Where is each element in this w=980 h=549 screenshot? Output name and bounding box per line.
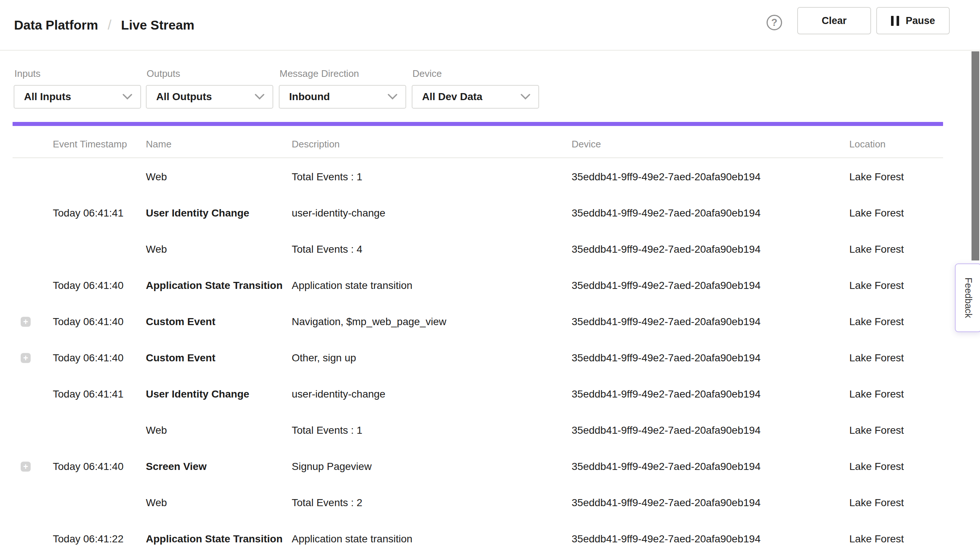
event-name: Web [146,412,167,448]
event-location: Lake Forest [849,340,904,376]
event-timestamp: Today 06:41:41 [53,195,124,231]
page-header: Data Platform / Live Stream ? Clear Paus… [0,0,980,51]
clear-button[interactable]: Clear [797,7,871,34]
event-description: Total Events : 4 [292,231,362,268]
event-name: Web [146,231,167,268]
event-device-id: 35eddb41-9ff9-49e2-7aed-20afa90eb194 [572,485,760,521]
event-location: Lake Forest [849,485,904,521]
column-header-event-timestamp: Event Timestamp [53,139,127,150]
filter-device: Device All Dev Data [412,68,539,109]
event-name: Screen View [146,448,207,485]
event-description: Total Events : 1 [292,159,362,195]
event-name: Web [146,485,167,521]
clear-button-label: Clear [822,15,847,27]
event-device-id: 35eddb41-9ff9-49e2-7aed-20afa90eb194 [572,376,760,412]
event-location: Lake Forest [849,376,904,412]
table-row: + Today 06:41:40 Screen View Signup Page… [13,448,943,485]
breadcrumb-separator: / [108,18,111,33]
event-description: Signup Pageview [292,448,371,485]
event-description: Application state transition [292,521,412,549]
table-row: Web Total Events : 1 35eddb41-9ff9-49e2-… [13,412,943,448]
event-name: User Identity Change [146,376,249,412]
event-location: Lake Forest [849,231,904,268]
table-row: Today 06:41:22 Application State Transit… [13,521,943,549]
device-dropdown[interactable]: All Dev Data [412,85,539,109]
column-header-device: Device [572,139,601,150]
event-device-id: 35eddb41-9ff9-49e2-7aed-20afa90eb194 [572,159,760,195]
page-title: Live Stream [121,18,194,32]
table-row: Web Total Events : 4 35eddb41-9ff9-49e2-… [13,231,943,268]
event-location: Lake Forest [849,159,904,195]
event-device-id: 35eddb41-9ff9-49e2-7aed-20afa90eb194 [572,448,760,485]
table-row: Web Total Events : 2 35eddb41-9ff9-49e2-… [13,485,943,521]
event-table-body: Web Total Events : 1 35eddb41-9ff9-49e2-… [13,159,943,549]
event-timestamp: Today 06:41:40 [53,448,124,485]
outputs-dropdown-value: All Outputs [156,91,212,103]
event-timestamp: Today 06:41:40 [53,268,124,304]
message-direction-dropdown[interactable]: Inbound [279,85,406,109]
filter-message-direction-label: Message Direction [280,68,406,80]
event-device-id: 35eddb41-9ff9-49e2-7aed-20afa90eb194 [572,412,760,448]
event-description: Application state transition [292,268,412,304]
table-row: + Today 06:41:40 Custom Event Navigation… [13,304,943,340]
breadcrumb-section[interactable]: Data Platform [14,18,98,32]
pause-button-label: Pause [906,15,935,27]
event-device-id: 35eddb41-9ff9-49e2-7aed-20afa90eb194 [572,340,760,376]
event-name: Custom Event [146,340,215,376]
table-header: Event Timestamp Name Description Device … [13,132,943,158]
event-timestamp: Today 06:41:40 [53,304,124,340]
event-device-id: 35eddb41-9ff9-49e2-7aed-20afa90eb194 [572,521,760,549]
event-location: Lake Forest [849,268,904,304]
breadcrumb: Data Platform / Live Stream [14,0,194,50]
event-description: Other, sign up [292,340,356,376]
column-header-name: Name [146,139,171,150]
table-row: Today 06:41:41 User Identity Change user… [13,376,943,412]
event-name: Custom Event [146,304,215,340]
event-name: User Identity Change [146,195,249,231]
table-row: Today 06:41:41 User Identity Change user… [13,195,943,231]
event-name: Application State Transition [146,268,283,304]
expand-button[interactable]: + [21,462,31,472]
filter-inputs: Inputs All Inputs [14,68,141,109]
column-header-description: Description [292,139,340,150]
expand-button[interactable]: + [21,317,31,327]
event-location: Lake Forest [849,304,904,340]
event-location: Lake Forest [849,412,904,448]
event-timestamp: Today 06:41:41 [53,376,124,412]
inputs-dropdown-value: All Inputs [24,91,71,103]
vertical-scrollbar-thumb[interactable] [972,51,979,260]
event-timestamp: Today 06:41:40 [53,340,124,376]
filter-device-label: Device [412,68,539,80]
event-name: Application State Transition [146,521,283,549]
event-location: Lake Forest [849,195,904,231]
inputs-dropdown[interactable]: All Inputs [14,85,141,109]
event-description: user-identity-change [292,195,385,231]
live-stream-page: Data Platform / Live Stream ? Clear Paus… [0,0,980,549]
pause-icon [891,16,899,26]
filter-message-direction: Message Direction Inbound [279,68,406,109]
filter-inputs-label: Inputs [14,68,141,80]
feedback-tab-label: Feedback [963,278,974,318]
event-description: Total Events : 1 [292,412,362,448]
event-description: Navigation, $mp_web_page_view [292,304,446,340]
stream-progress-bar [13,122,943,126]
expand-button[interactable]: + [21,353,31,363]
chevron-down-icon [255,94,264,100]
device-dropdown-value: All Dev Data [422,91,482,103]
filter-outputs-label: Outputs [146,68,273,80]
event-device-id: 35eddb41-9ff9-49e2-7aed-20afa90eb194 [572,304,760,340]
event-device-id: 35eddb41-9ff9-49e2-7aed-20afa90eb194 [572,231,760,268]
help-icon[interactable]: ? [767,15,782,30]
event-name: Web [146,159,167,195]
event-description: Total Events : 2 [292,485,362,521]
event-location: Lake Forest [849,448,904,485]
outputs-dropdown[interactable]: All Outputs [146,85,273,109]
column-header-location: Location [849,139,886,150]
event-device-id: 35eddb41-9ff9-49e2-7aed-20afa90eb194 [572,195,760,231]
table-row: Today 06:41:40 Application State Transit… [13,268,943,304]
table-row: + Today 06:41:40 Custom Event Other, sig… [13,340,943,376]
feedback-tab[interactable]: Feedback [955,263,980,332]
event-description: user-identity-change [292,376,385,412]
table-row: Web Total Events : 1 35eddb41-9ff9-49e2-… [13,159,943,195]
pause-button[interactable]: Pause [876,7,950,34]
